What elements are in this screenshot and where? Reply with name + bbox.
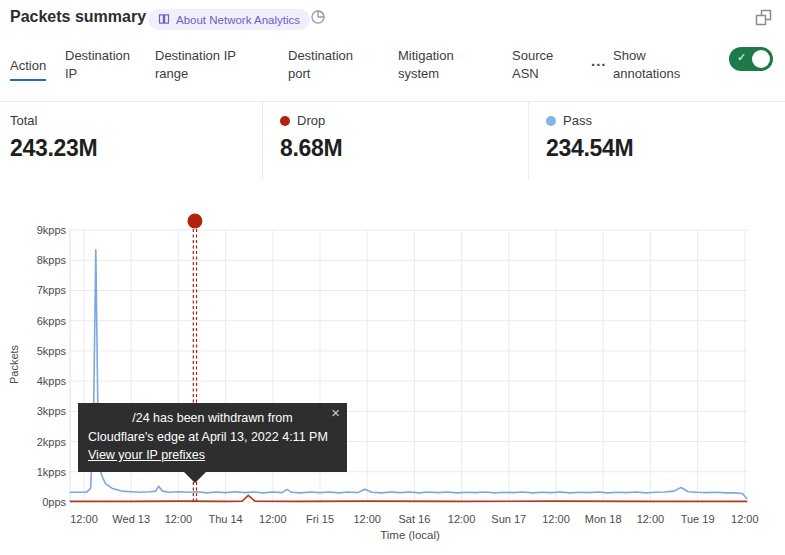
x-tick-label: 12:00	[70, 513, 98, 525]
y-tick-label: 1kpps	[37, 466, 67, 478]
packets-chart-canvas[interactable]: 0pps1kpps2kpps3kpps4kpps5kpps6kpps7kpps8…	[0, 0, 785, 555]
y-tick-label: 6kpps	[37, 315, 67, 327]
x-axis-title: Time (local)	[0, 529, 785, 541]
x-tick-label: 12:00	[731, 513, 759, 525]
annotation-tooltip: × /24 has been withdrawn from Cloudflare…	[78, 403, 347, 472]
tooltip-line1: /24 has been withdrawn from	[88, 409, 337, 428]
y-axis-title: Packets	[8, 337, 20, 392]
annotation-marker-dot	[187, 214, 202, 229]
tooltip-line2: Cloudflare's edge at April 13, 2022 4:11…	[88, 428, 337, 447]
packets-summary-panel: Packets summary About Network Analytics …	[0, 0, 785, 555]
x-tick-label: 12:00	[542, 513, 570, 525]
y-tick-label: 8kpps	[37, 254, 67, 266]
y-tick-label: 5kpps	[37, 345, 67, 357]
y-tick-label: 4kpps	[37, 375, 67, 387]
y-tick-label: 9kpps	[37, 224, 67, 236]
y-tick-label: 0pps	[42, 496, 66, 508]
tooltip-caret	[184, 472, 206, 483]
close-icon[interactable]: ×	[331, 405, 340, 420]
x-tick-label: Thu 14	[208, 513, 242, 525]
x-tick-label: Sat 16	[398, 513, 430, 525]
y-tick-label: 3kpps	[37, 405, 67, 417]
x-tick-label: Fri 15	[306, 513, 334, 525]
x-tick-label: 12:00	[637, 513, 665, 525]
x-tick-label: Wed 13	[112, 513, 150, 525]
x-tick-label: 12:00	[259, 513, 287, 525]
drop-line	[70, 495, 747, 501]
x-tick-label: Sun 17	[491, 513, 526, 525]
view-ip-prefixes-link[interactable]: View your IP prefixes	[88, 446, 205, 465]
x-tick-label: 12:00	[448, 513, 476, 525]
x-tick-label: Mon 18	[585, 513, 622, 525]
y-tick-label: 7kpps	[37, 284, 67, 296]
x-tick-label: 12:00	[165, 513, 193, 525]
x-tick-label: Tue 19	[681, 513, 715, 525]
x-tick-label: 12:00	[353, 513, 381, 525]
y-tick-label: 2kpps	[37, 436, 67, 448]
